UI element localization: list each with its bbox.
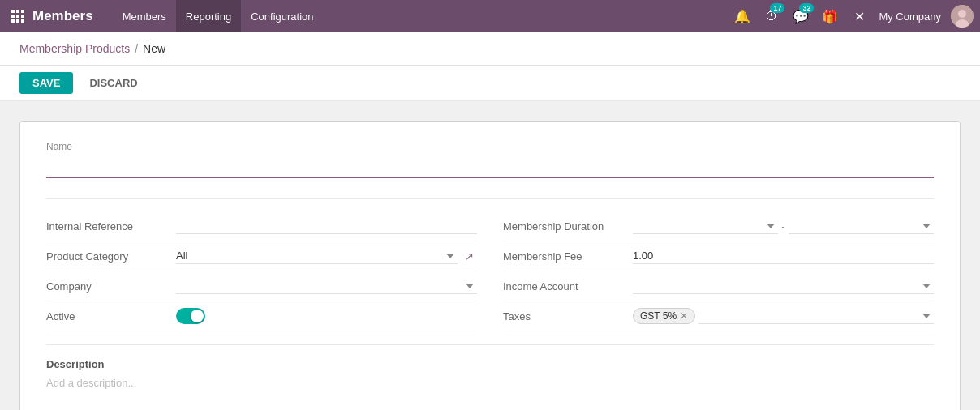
- clock-badge: 17: [770, 3, 784, 13]
- membership-duration-start-select[interactable]: [633, 218, 778, 234]
- svg-rect-7: [16, 19, 19, 23]
- income-account-label: Income Account: [503, 280, 633, 293]
- membership-duration-end-select[interactable]: [789, 218, 934, 234]
- breadcrumb-current: New: [143, 42, 165, 55]
- company-label-field: Company: [46, 280, 176, 293]
- svg-rect-5: [21, 15, 24, 18]
- membership-fee-row: Membership Fee 1.00: [503, 241, 934, 271]
- menu-reporting[interactable]: Reporting: [176, 0, 241, 32]
- clock-badge-btn[interactable]: ⏱ 17: [759, 3, 784, 29]
- bell-icon[interactable]: 🔔: [729, 3, 755, 29]
- taxes-label: Taxes: [503, 310, 633, 322]
- internal-reference-row: Internal Reference: [46, 211, 477, 241]
- company-select[interactable]: [176, 278, 477, 294]
- svg-rect-4: [16, 15, 19, 18]
- taxes-tag: GST 5% ✕: [633, 308, 695, 324]
- user-avatar[interactable]: [951, 5, 974, 28]
- chat-badge: 32: [799, 3, 814, 13]
- action-bar: SAVE DISCARD: [0, 66, 980, 101]
- membership-duration-label: Membership Duration: [503, 220, 633, 233]
- topnav: Members Members Reporting Configuration …: [0, 0, 980, 32]
- topnav-right: 🔔 ⏱ 17 💬 32 🎁 ✕ My Company: [729, 3, 974, 29]
- active-toggle[interactable]: [176, 308, 205, 324]
- name-input[interactable]: [46, 156, 934, 178]
- form-card: Name Internal Reference Product Category: [19, 121, 961, 410]
- active-row: Active: [46, 301, 477, 331]
- breadcrumb-link[interactable]: Membership Products: [19, 42, 130, 55]
- breadcrumb-separator: /: [135, 42, 138, 55]
- internal-reference-input[interactable]: [176, 218, 477, 234]
- income-account-row: Income Account: [503, 271, 934, 301]
- save-button[interactable]: SAVE: [19, 72, 73, 94]
- main-content: Name Internal Reference Product Category: [0, 101, 980, 410]
- menu-configuration[interactable]: Configuration: [241, 0, 323, 32]
- form-right-column: Membership Duration - Membership Fee: [503, 211, 934, 331]
- close-icon[interactable]: ✕: [846, 3, 872, 29]
- taxes-row: Taxes GST 5% ✕: [503, 301, 934, 331]
- membership-duration-row: Membership Duration -: [503, 211, 934, 241]
- topnav-menu: Members Reporting Configuration: [113, 0, 730, 32]
- name-label: Name: [46, 141, 934, 152]
- svg-rect-8: [21, 19, 24, 23]
- internal-reference-label: Internal Reference: [46, 220, 176, 233]
- form-grid: Internal Reference Product Category All …: [46, 211, 934, 331]
- description-input[interactable]: Add a description...: [46, 377, 934, 409]
- svg-rect-0: [11, 10, 15, 13]
- svg-rect-3: [11, 15, 15, 18]
- duration-separator: -: [781, 220, 784, 233]
- company-label[interactable]: My Company: [879, 11, 941, 23]
- product-category-row: Product Category All ↗: [46, 241, 477, 271]
- form-divider-1: [46, 198, 934, 199]
- gift-icon[interactable]: 🎁: [817, 3, 843, 29]
- membership-fee-label: Membership Fee: [503, 250, 633, 263]
- product-category-select[interactable]: All: [176, 248, 458, 264]
- membership-fee-input[interactable]: 1.00: [633, 248, 934, 264]
- form-left-column: Internal Reference Product Category All …: [46, 211, 477, 331]
- name-section: Name: [46, 141, 934, 178]
- description-label: Description: [46, 358, 934, 370]
- svg-rect-1: [16, 10, 19, 13]
- taxes-tag-close[interactable]: ✕: [680, 311, 688, 321]
- svg-rect-2: [21, 10, 24, 13]
- menu-members[interactable]: Members: [113, 0, 176, 32]
- company-row: Company: [46, 271, 477, 301]
- income-account-select[interactable]: [633, 278, 934, 294]
- taxes-tag-label: GST 5%: [640, 310, 677, 322]
- description-section: Description Add a description...: [46, 358, 934, 409]
- grid-icon[interactable]: [6, 5, 29, 28]
- svg-point-10: [958, 10, 966, 18]
- app-brand: Members: [32, 8, 93, 24]
- breadcrumb-bar: Membership Products / New: [0, 32, 980, 66]
- toggle-knob: [191, 310, 204, 322]
- svg-rect-6: [11, 19, 15, 23]
- form-divider-2: [46, 344, 934, 345]
- active-label: Active: [46, 310, 176, 322]
- chat-badge-btn[interactable]: 💬 32: [788, 3, 814, 29]
- product-category-label: Product Category: [46, 250, 176, 263]
- taxes-select[interactable]: [698, 308, 934, 324]
- discard-button[interactable]: DISCARD: [80, 72, 147, 94]
- external-link-icon[interactable]: ↗: [461, 248, 477, 264]
